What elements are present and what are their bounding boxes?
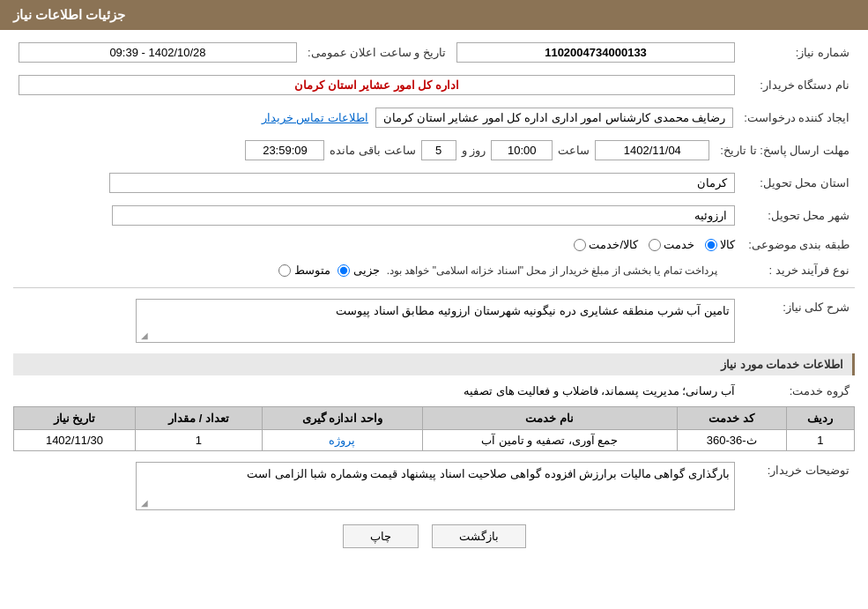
back-button[interactable]: بازگشت: [432, 524, 526, 548]
process-jozvi-item: جزیی: [338, 264, 380, 277]
category-kala-khedmat-item: کالا/خدمت: [574, 238, 638, 251]
city-box: ارزوئیه: [112, 205, 735, 226]
page-header: جزئیات اطلاعات نیاز: [0, 0, 868, 30]
content-area: شماره نیاز: 1102004734000133 تاریخ و ساع…: [0, 30, 868, 564]
info-table-description: شرح کلی نیاز: تامین آب شرب منطقه عشایری …: [13, 295, 855, 346]
category-kala-khedmat-label: کالا/خدمت: [589, 238, 638, 251]
process-label: نوع فرآیند خرید :: [740, 260, 855, 280]
info-table-org: نام دستگاه خریدار: اداره کل امور عشایر ا…: [13, 71, 855, 99]
process-jozvi-radio[interactable]: [338, 264, 350, 277]
divider-1: [13, 287, 855, 288]
province-label: استان محل تحویل:: [740, 169, 855, 197]
category-cell: کالا/خدمت خدمت کالا: [13, 234, 740, 255]
date-value-cell: 1402/10/28 - 09:39: [13, 39, 302, 66]
org-name-label: نام دستگاه خریدار:: [740, 71, 855, 99]
category-label: طبقه بندی موضوعی:: [740, 234, 855, 255]
notes-wrapper: بارگذاری گواهی مالیات برارزش افزوده گواه…: [136, 462, 735, 510]
category-kala-item: کالا: [705, 238, 735, 251]
buyer-notes-box[interactable]: بارگذاری گواهی مالیات برارزش افزوده گواه…: [136, 462, 735, 510]
contact-link[interactable]: اطلاعات تماس خریدار: [262, 111, 368, 124]
info-table-service-group: گروه خدمت: آب رسانی؛ مدیریت پسماند، فاضل…: [13, 381, 855, 401]
date-box: 1402/10/28 - 09:39: [19, 42, 297, 63]
col-header-quantity: تعداد / مقدار: [135, 407, 262, 430]
buyer-notes-label: توضیحات خریدار:: [740, 458, 855, 514]
buyer-notes-cell: بارگذاری گواهی مالیات برارزش افزوده گواه…: [13, 458, 740, 514]
info-table-notes: توضیحات خریدار: بارگذاری گواهی مالیات بر…: [13, 458, 855, 514]
service-group-value: آب رسانی؛ مدیریت پسماند، فاضلاب و فعالیت…: [13, 381, 740, 401]
table-cell-date: 1402/11/30: [14, 430, 136, 451]
description-cell: تامین آب شرب منطقه عشایری دره نیگونیه شه…: [13, 295, 740, 346]
process-description: پرداخت تمام یا بخشی از مبلغ خریدار از مح…: [387, 264, 717, 277]
info-table-process: نوع فرآیند خرید : متوسط جزیی پرداخت تمام…: [13, 260, 855, 280]
creator-label: ایجاد کننده درخواست:: [738, 104, 855, 131]
deadline-date: 1402/11/04: [595, 140, 709, 160]
deadline-days: 5: [421, 140, 456, 160]
need-number-label: شماره نیاز:: [740, 39, 855, 66]
col-header-unit: واحد اندازه گیری: [263, 407, 423, 430]
description-textarea[interactable]: تامین آب شرب منطقه عشایری دره نیگونیه شه…: [136, 299, 735, 343]
deadline-remain: 23:59:09: [245, 140, 324, 160]
category-khedmat-item: خدمت: [649, 238, 694, 251]
category-kala-label: کالا: [720, 238, 735, 251]
resize-handle-icon: ◢: [137, 330, 148, 341]
deadline-time-label: ساعت: [558, 144, 590, 157]
creator-row: رضایف محمدی کارشناس امور اداری اداره کل …: [19, 108, 733, 128]
creator-box: رضایف محمدی کارشناس امور اداری اداره کل …: [375, 108, 733, 128]
page-title: جزئیات اطلاعات نیاز: [13, 7, 125, 22]
info-table-deadline: مهلت ارسال پاسخ: تا تاریخ: 1402/11/04 سا…: [13, 137, 855, 164]
col-header-date: تاریخ نیاز: [14, 407, 136, 430]
category-khedmat-label: خدمت: [664, 238, 694, 251]
deadline-row: 1402/11/04 ساعت 10:00 روز و 5 ساعت باقی …: [19, 140, 709, 160]
city-label: شهر محل تحویل:: [740, 202, 855, 229]
deadline-days-label: روز و: [462, 144, 486, 157]
date-label-cell: تاریخ و ساعت اعلان عمومی:: [302, 39, 451, 66]
process-group: متوسط جزیی پرداخت تمام یا بخشی از مبلغ خ…: [19, 264, 735, 277]
print-button[interactable]: چاپ: [343, 524, 419, 548]
deadline-time: 10:00: [491, 140, 553, 160]
service-info-header: اطلاعات خدمات مورد نیاز: [13, 353, 855, 375]
col-header-code: کد خدمت: [677, 407, 786, 430]
table-cell-unit: پروژه: [263, 430, 423, 451]
category-radio-group: کالا/خدمت خدمت کالا: [19, 238, 735, 251]
process-jozvi-label: جزیی: [353, 264, 380, 277]
province-box: کرمان: [109, 173, 735, 193]
description-label: شرح کلی نیاز:: [740, 295, 855, 346]
info-table-category: طبقه بندی موضوعی: کالا/خدمت خدمت کالا: [13, 234, 855, 255]
info-table-province: استان محل تحویل: کرمان: [13, 169, 855, 197]
resize-handle-notes-icon: ◢: [137, 498, 148, 509]
category-khedmat-radio[interactable]: [649, 239, 661, 251]
col-header-row: ردیف: [786, 407, 854, 430]
category-kala-khedmat-radio[interactable]: [574, 239, 586, 251]
process-motevaset-radio[interactable]: [278, 264, 291, 277]
org-name-box: اداره کل امور عشایر استان کرمان: [19, 75, 735, 95]
process-motevaset-label: متوسط: [294, 264, 330, 277]
process-cell: متوسط جزیی پرداخت تمام یا بخشی از مبلغ خ…: [13, 260, 740, 280]
creator-cell: رضایف محمدی کارشناس امور اداری اداره کل …: [13, 104, 738, 131]
info-table-top: شماره نیاز: 1102004734000133 تاریخ و ساع…: [13, 39, 855, 66]
deadline-remain-label: ساعت باقی مانده: [330, 144, 415, 157]
category-kala-radio[interactable]: [705, 239, 717, 251]
deadline-cell: 1402/11/04 ساعت 10:00 روز و 5 ساعت باقی …: [13, 137, 715, 164]
need-number-box: 1102004734000133: [456, 42, 735, 63]
description-wrapper: تامین آب شرب منطقه عشایری دره نیگونیه شه…: [136, 299, 735, 343]
page-wrapper: جزئیات اطلاعات نیاز شماره نیاز: 11020047…: [0, 0, 868, 609]
info-table-city: شهر محل تحویل: ارزوئیه: [13, 202, 855, 229]
service-table: ردیف کد خدمت نام خدمت واحد اندازه گیری ت…: [13, 406, 855, 451]
table-cell-quantity: 1: [135, 430, 262, 451]
need-number-value: 1102004734000133: [451, 39, 740, 66]
col-header-name: نام خدمت: [422, 407, 677, 430]
city-cell: ارزوئیه: [107, 202, 740, 229]
info-table-creator: ایجاد کننده درخواست: رضایف محمدی کارشناس…: [13, 104, 855, 131]
button-group: بازگشت چاپ: [13, 524, 855, 548]
process-motevaset-item: متوسط: [278, 264, 330, 277]
deadline-label: مهلت ارسال پاسخ: تا تاریخ:: [715, 137, 855, 164]
service-group-label: گروه خدمت:: [740, 381, 855, 401]
table-cell-name: جمع آوری، تصفیه و تامین آب: [422, 430, 677, 451]
table-row: 1ث-36-360جمع آوری، تصفیه و تامین آبپروژه…: [14, 430, 855, 451]
table-cell-row: 1: [786, 430, 854, 451]
org-name-cell: اداره کل امور عشایر استان کرمان: [13, 71, 740, 99]
table-cell-code: ث-36-360: [677, 430, 786, 451]
province-cell: کرمان: [104, 169, 740, 197]
